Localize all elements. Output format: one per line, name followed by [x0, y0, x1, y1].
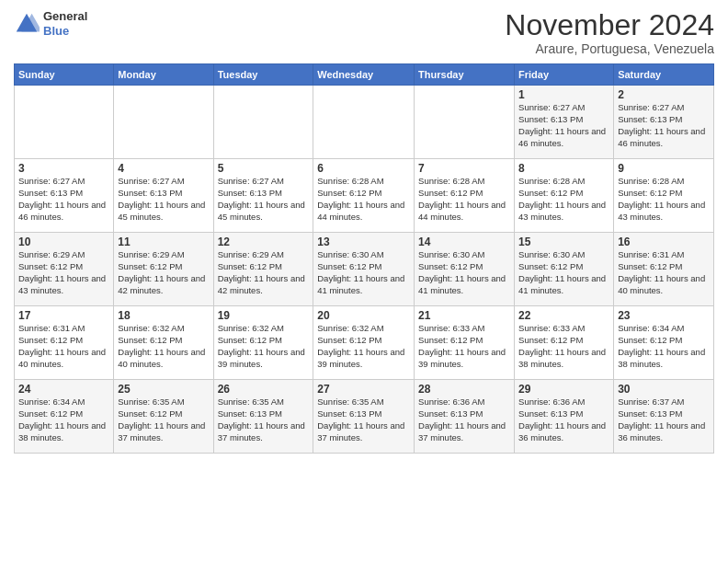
day-info: Sunrise: 6:27 AM Sunset: 6:13 PM Dayligh…: [518, 102, 609, 149]
day-info: Sunrise: 6:27 AM Sunset: 6:13 PM Dayligh…: [618, 102, 710, 149]
day-info: Sunrise: 6:35 AM Sunset: 6:13 PM Dayligh…: [317, 396, 410, 443]
day-number: 19: [218, 309, 310, 322]
calendar-week-3: 10Sunrise: 6:29 AM Sunset: 6:12 PM Dayli…: [15, 233, 714, 306]
header-tuesday: Tuesday: [213, 64, 313, 86]
day-info: Sunrise: 6:35 AM Sunset: 6:12 PM Dayligh…: [118, 396, 209, 443]
calendar-cell: 22Sunrise: 6:33 AM Sunset: 6:12 PM Dayli…: [515, 306, 614, 380]
day-number: 18: [118, 309, 209, 322]
calendar-week-1: 1Sunrise: 6:27 AM Sunset: 6:13 PM Daylig…: [15, 86, 714, 159]
day-number: 17: [18, 309, 109, 322]
day-number: 13: [317, 236, 410, 248]
day-info: Sunrise: 6:29 AM Sunset: 6:12 PM Dayligh…: [118, 249, 209, 296]
calendar-cell: 14Sunrise: 6:30 AM Sunset: 6:12 PM Dayli…: [415, 233, 515, 306]
day-number: 20: [317, 309, 410, 322]
day-number: 29: [518, 383, 609, 396]
day-info: Sunrise: 6:28 AM Sunset: 6:12 PM Dayligh…: [317, 176, 410, 223]
calendar-cell: 20Sunrise: 6:32 AM Sunset: 6:12 PM Dayli…: [313, 306, 415, 380]
day-info: Sunrise: 6:28 AM Sunset: 6:12 PM Dayligh…: [418, 176, 510, 223]
day-info: Sunrise: 6:27 AM Sunset: 6:13 PM Dayligh…: [18, 176, 109, 223]
day-number: 30: [618, 383, 710, 396]
day-info: Sunrise: 6:30 AM Sunset: 6:12 PM Dayligh…: [317, 249, 410, 296]
header-saturday: Saturday: [614, 64, 714, 86]
day-number: 11: [118, 236, 209, 248]
header-monday: Monday: [114, 64, 213, 86]
day-info: Sunrise: 6:32 AM Sunset: 6:12 PM Dayligh…: [317, 323, 410, 370]
calendar-cell: 13Sunrise: 6:30 AM Sunset: 6:12 PM Dayli…: [313, 233, 415, 306]
calendar-table: Sunday Monday Tuesday Wednesday Thursday…: [14, 63, 714, 454]
calendar-cell: 23Sunrise: 6:34 AM Sunset: 6:12 PM Dayli…: [614, 306, 714, 380]
calendar-cell: 18Sunrise: 6:32 AM Sunset: 6:12 PM Dayli…: [114, 306, 213, 380]
calendar-cell: [313, 86, 415, 159]
calendar-cell: 3Sunrise: 6:27 AM Sunset: 6:13 PM Daylig…: [15, 159, 114, 233]
day-info: Sunrise: 6:35 AM Sunset: 6:13 PM Dayligh…: [218, 396, 310, 443]
calendar-cell: 21Sunrise: 6:33 AM Sunset: 6:12 PM Dayli…: [415, 306, 515, 380]
day-info: Sunrise: 6:34 AM Sunset: 6:12 PM Dayligh…: [18, 396, 109, 443]
day-number: 6: [317, 162, 410, 175]
day-number: 15: [518, 236, 609, 248]
day-info: Sunrise: 6:30 AM Sunset: 6:12 PM Dayligh…: [418, 249, 510, 296]
calendar-cell: 15Sunrise: 6:30 AM Sunset: 6:12 PM Dayli…: [515, 233, 614, 306]
title-block: November 2024 Araure, Portuguesa, Venezu…: [505, 9, 714, 56]
calendar-cell: 26Sunrise: 6:35 AM Sunset: 6:13 PM Dayli…: [213, 380, 313, 454]
day-number: 1: [518, 88, 609, 101]
header-friday: Friday: [515, 64, 614, 86]
day-info: Sunrise: 6:33 AM Sunset: 6:12 PM Dayligh…: [518, 323, 609, 370]
calendar-cell: 1Sunrise: 6:27 AM Sunset: 6:13 PM Daylig…: [515, 86, 614, 159]
day-info: Sunrise: 6:27 AM Sunset: 6:13 PM Dayligh…: [118, 176, 209, 223]
calendar-cell: 16Sunrise: 6:31 AM Sunset: 6:12 PM Dayli…: [614, 233, 714, 306]
day-number: 24: [18, 383, 109, 396]
calendar-cell: 29Sunrise: 6:36 AM Sunset: 6:13 PM Dayli…: [515, 380, 614, 454]
calendar-week-5: 24Sunrise: 6:34 AM Sunset: 6:12 PM Dayli…: [15, 380, 714, 454]
calendar-week-4: 17Sunrise: 6:31 AM Sunset: 6:12 PM Dayli…: [15, 306, 714, 380]
day-number: 14: [418, 236, 510, 248]
day-number: 3: [18, 162, 109, 175]
header-row: Sunday Monday Tuesday Wednesday Thursday…: [15, 64, 714, 86]
day-number: 27: [317, 383, 410, 396]
day-info: Sunrise: 6:28 AM Sunset: 6:12 PM Dayligh…: [518, 176, 609, 223]
calendar-cell: 10Sunrise: 6:29 AM Sunset: 6:12 PM Dayli…: [15, 233, 114, 306]
day-info: Sunrise: 6:36 AM Sunset: 6:13 PM Dayligh…: [518, 396, 609, 443]
calendar-cell: 6Sunrise: 6:28 AM Sunset: 6:12 PM Daylig…: [313, 159, 415, 233]
calendar-week-2: 3Sunrise: 6:27 AM Sunset: 6:13 PM Daylig…: [15, 159, 714, 233]
day-number: 25: [118, 383, 209, 396]
calendar-cell: 27Sunrise: 6:35 AM Sunset: 6:13 PM Dayli…: [313, 380, 415, 454]
day-number: 21: [418, 309, 510, 322]
day-number: 16: [618, 236, 710, 248]
day-info: Sunrise: 6:31 AM Sunset: 6:12 PM Dayligh…: [18, 323, 109, 370]
calendar-cell: 5Sunrise: 6:27 AM Sunset: 6:13 PM Daylig…: [213, 159, 313, 233]
day-info: Sunrise: 6:28 AM Sunset: 6:12 PM Dayligh…: [618, 176, 710, 223]
day-number: 7: [418, 162, 510, 175]
calendar-cell: [15, 86, 114, 159]
day-info: Sunrise: 6:36 AM Sunset: 6:13 PM Dayligh…: [418, 396, 510, 443]
calendar-cell: [213, 86, 313, 159]
location-subtitle: Araure, Portuguesa, Venezuela: [505, 41, 714, 56]
calendar-body: 1Sunrise: 6:27 AM Sunset: 6:13 PM Daylig…: [15, 86, 714, 454]
header-thursday: Thursday: [415, 64, 515, 86]
day-info: Sunrise: 6:37 AM Sunset: 6:13 PM Dayligh…: [618, 396, 710, 443]
day-info: Sunrise: 6:34 AM Sunset: 6:12 PM Dayligh…: [618, 323, 710, 370]
calendar-cell: [415, 86, 515, 159]
day-number: 9: [618, 162, 710, 175]
day-number: 8: [518, 162, 609, 175]
day-number: 12: [218, 236, 310, 248]
calendar-cell: 9Sunrise: 6:28 AM Sunset: 6:12 PM Daylig…: [614, 159, 714, 233]
logo-text: General Blue: [43, 9, 87, 38]
logo-general: General: [43, 9, 87, 23]
day-number: 5: [218, 162, 310, 175]
calendar-cell: 4Sunrise: 6:27 AM Sunset: 6:13 PM Daylig…: [114, 159, 213, 233]
calendar-cell: 30Sunrise: 6:37 AM Sunset: 6:13 PM Dayli…: [614, 380, 714, 454]
calendar-cell: 7Sunrise: 6:28 AM Sunset: 6:12 PM Daylig…: [415, 159, 515, 233]
day-info: Sunrise: 6:31 AM Sunset: 6:12 PM Dayligh…: [618, 249, 710, 296]
calendar-cell: 28Sunrise: 6:36 AM Sunset: 6:13 PM Dayli…: [415, 380, 515, 454]
header: General Blue November 2024 Araure, Portu…: [14, 9, 714, 56]
day-number: 26: [218, 383, 310, 396]
day-info: Sunrise: 6:29 AM Sunset: 6:12 PM Dayligh…: [218, 249, 310, 296]
calendar-cell: 12Sunrise: 6:29 AM Sunset: 6:12 PM Dayli…: [213, 233, 313, 306]
logo-blue-text: Blue: [43, 24, 69, 38]
calendar-header: Sunday Monday Tuesday Wednesday Thursday…: [15, 64, 714, 86]
month-title: November 2024: [505, 9, 714, 41]
day-info: Sunrise: 6:27 AM Sunset: 6:13 PM Dayligh…: [218, 176, 310, 223]
day-number: 28: [418, 383, 510, 396]
calendar-cell: 2Sunrise: 6:27 AM Sunset: 6:13 PM Daylig…: [614, 86, 714, 159]
day-number: 10: [18, 236, 109, 248]
